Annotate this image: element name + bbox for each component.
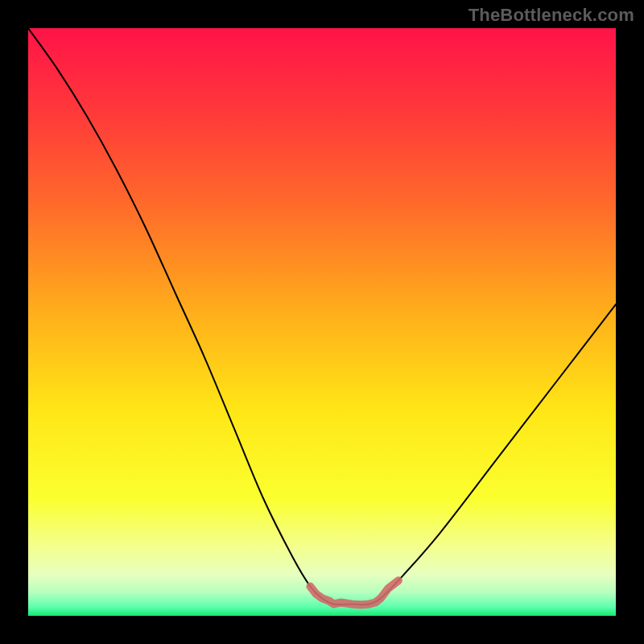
plot-area — [28, 28, 616, 616]
watermark-text: TheBottleneck.com — [469, 5, 634, 26]
outer-frame: TheBottleneck.com — [0, 0, 644, 644]
bottleneck-curve — [28, 28, 616, 605]
bottleneck-curve-highlight — [310, 580, 398, 605]
curve-layer — [28, 28, 616, 616]
